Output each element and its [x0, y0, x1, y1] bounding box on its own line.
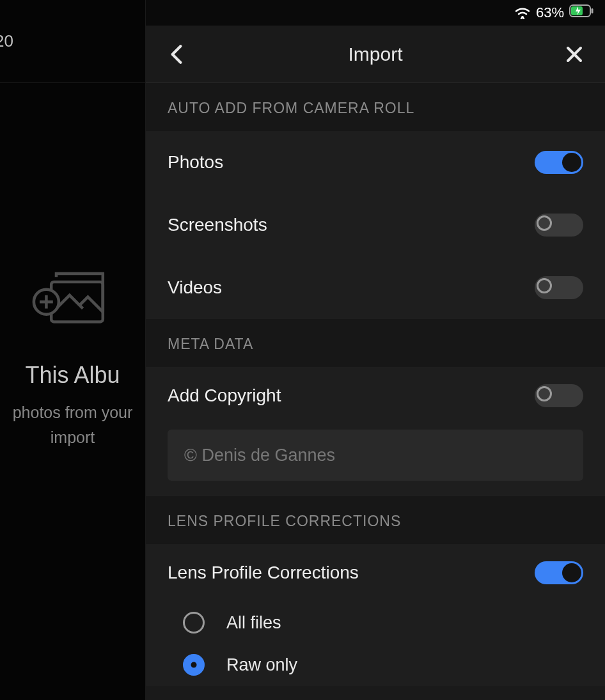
section-body-metadata: Add Copyright — [146, 367, 605, 496]
radio-label-raw-only: Raw only — [226, 655, 297, 675]
section-header-lens: LENS PROFILE CORRECTIONS — [146, 496, 605, 544]
close-button[interactable] — [562, 42, 587, 67]
background-top-row: 20 — [0, 0, 145, 83]
empty-album-title: This Albu — [25, 362, 120, 389]
add-photos-icon — [31, 257, 114, 343]
background-count: 20 — [0, 31, 13, 51]
wifi-icon — [514, 6, 531, 19]
chevron-left-icon — [169, 43, 184, 65]
empty-subtitle-line2: import — [51, 428, 95, 446]
radio-label-all-files: All files — [226, 613, 281, 633]
radio-row-raw-only[interactable]: Raw only — [146, 644, 605, 686]
radio-row-all-files[interactable]: All files — [146, 602, 605, 644]
empty-album-subtitle: photos from your import — [13, 400, 133, 450]
close-icon — [565, 45, 583, 63]
row-label-screenshots: Screenshots — [168, 215, 267, 235]
section-header-auto-add: AUTO ADD FROM CAMERA ROLL — [146, 83, 605, 131]
toggle-photos[interactable] — [535, 151, 583, 174]
battery-icon — [569, 4, 593, 21]
section-header-metadata: META DATA — [146, 319, 605, 367]
back-button[interactable] — [164, 42, 189, 67]
row-videos: Videos — [146, 256, 605, 319]
row-label-add-copyright: Add Copyright — [168, 385, 281, 406]
row-add-copyright: Add Copyright — [146, 367, 605, 424]
row-screenshots: Screenshots — [146, 194, 605, 256]
empty-album-placeholder: This Albu photos from your import — [0, 83, 145, 700]
svg-rect-3 — [592, 8, 593, 13]
toggle-lens-corrections[interactable] — [535, 561, 583, 584]
panel-title: Import — [348, 43, 402, 65]
import-settings-panel: Import AUTO ADD FROM CAMERA ROLL Photos … — [146, 26, 605, 700]
row-label-videos: Videos — [168, 277, 222, 298]
row-label-photos: Photos — [168, 152, 223, 173]
battery-percent-label: 63% — [536, 4, 564, 21]
section-body-lens: Lens Profile Corrections All files Raw o… — [146, 544, 605, 686]
copyright-input[interactable] — [168, 430, 583, 481]
svg-point-0 — [521, 16, 524, 19]
toggle-add-copyright[interactable] — [535, 384, 583, 407]
row-photos: Photos — [146, 131, 605, 194]
empty-subtitle-line1: photos from your — [13, 403, 133, 421]
background-album-view: 20 This Albu photos from your import — [0, 0, 146, 700]
panel-header: Import — [146, 26, 605, 83]
status-bar: 63% — [503, 0, 605, 26]
row-label-lens-corrections: Lens Profile Corrections — [168, 563, 359, 583]
row-lens-corrections: Lens Profile Corrections — [146, 544, 605, 602]
toggle-videos[interactable] — [535, 276, 583, 299]
radio-raw-only[interactable] — [183, 654, 205, 676]
radio-all-files[interactable] — [183, 612, 205, 634]
copyright-input-row — [146, 424, 605, 496]
toggle-screenshots[interactable] — [535, 214, 583, 237]
section-body-auto-add: Photos Screenshots Videos — [146, 131, 605, 319]
